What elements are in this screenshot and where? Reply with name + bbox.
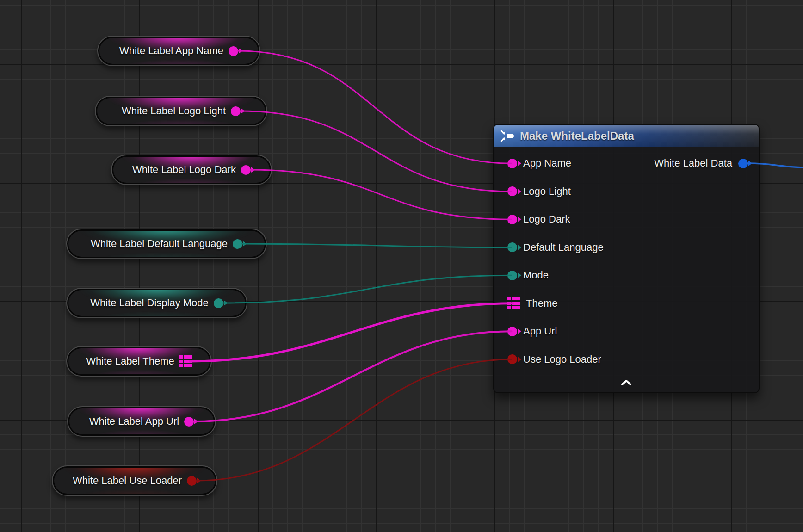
enum-input-pin[interactable]	[507, 271, 517, 280]
bool-input-pin[interactable]	[507, 354, 517, 364]
struct-output-pin-icon[interactable]	[179, 355, 192, 367]
make-node-header[interactable]: Make WhiteLabelData	[494, 125, 759, 147]
pin-label: Logo Light	[523, 186, 571, 198]
node-get-white-label-use-loader[interactable]: White Label Use Loader	[52, 465, 217, 496]
node-get-white-label-logo-dark[interactable]: White Label Logo Dark	[111, 155, 272, 185]
enum-input-pin[interactable]	[507, 242, 517, 252]
struct-output-pin[interactable]	[738, 159, 748, 168]
input-row-theme: Theme	[494, 290, 759, 318]
input-row-use-logo-loader: Use Logo Loader	[494, 346, 759, 374]
collapse-node-button[interactable]	[617, 378, 636, 387]
node-label: White Label Logo Dark	[132, 164, 236, 176]
pin-label: Default Language	[523, 241, 604, 254]
node-label: White Label Theme	[86, 355, 174, 367]
node-get-white-label-app-name[interactable]: White Label App Name	[97, 36, 260, 66]
pin-label: Mode	[523, 269, 549, 281]
input-row-logo-dark: Logo Dark	[494, 205, 759, 234]
node-label: White Label Default Language	[91, 238, 228, 250]
pin-label: App Name	[523, 157, 571, 169]
string-output-pin[interactable]	[241, 165, 251, 175]
node-make-whitelabeldata[interactable]: Make WhiteLabelData App Name Logo Light …	[493, 124, 760, 393]
blueprint-graph-canvas[interactable]: White Label App Name White Label Logo Li…	[0, 0, 803, 532]
string-output-pin[interactable]	[184, 417, 194, 427]
node-get-white-label-theme[interactable]: White Label Theme	[66, 346, 212, 377]
pin-label: Theme	[526, 297, 557, 309]
struct-input-pin-icon[interactable]	[507, 297, 520, 309]
node-label: White Label Use Loader	[73, 475, 182, 487]
node-label: White Label Logo Light	[122, 105, 226, 117]
node-label: White Label Display Mode	[90, 297, 209, 309]
bool-output-pin[interactable]	[187, 476, 197, 486]
input-row-logo-light: Logo Light	[494, 178, 759, 206]
string-input-pin[interactable]	[507, 186, 517, 196]
node-title: Make WhiteLabelData	[520, 130, 634, 142]
enum-output-pin[interactable]	[214, 298, 223, 308]
make-struct-icon	[500, 130, 514, 142]
string-input-pin[interactable]	[507, 215, 517, 224]
input-row-default-language: Default Language	[494, 234, 759, 262]
pin-label: White Label Data	[654, 157, 732, 169]
string-input-pin[interactable]	[507, 159, 517, 168]
node-get-white-label-default-language[interactable]: White Label Default Language	[66, 229, 267, 259]
pin-label: Use Logo Loader	[523, 353, 601, 365]
string-input-pin[interactable]	[507, 327, 517, 336]
output-row-white-label-data: White Label Data	[654, 149, 759, 177]
string-output-pin[interactable]	[229, 46, 238, 56]
node-label: White Label App Url	[89, 415, 179, 427]
pin-label: Logo Dark	[523, 213, 570, 225]
make-node-pin-list: App Name Logo Light Logo Dark Default La…	[494, 147, 759, 373]
chevron-up-icon	[621, 379, 632, 386]
node-get-white-label-app-url[interactable]: White Label App Url	[67, 406, 216, 437]
pin-label: App Url	[523, 325, 557, 337]
input-row-mode: Mode	[494, 261, 759, 290]
node-get-white-label-display-mode[interactable]: White Label Display Mode	[66, 288, 247, 318]
node-get-white-label-logo-light[interactable]: White Label Logo Light	[95, 96, 267, 126]
input-row-app-url: App Url	[494, 317, 759, 346]
string-output-pin[interactable]	[231, 106, 241, 116]
node-label: White Label App Name	[119, 45, 223, 57]
enum-output-pin[interactable]	[233, 239, 242, 249]
